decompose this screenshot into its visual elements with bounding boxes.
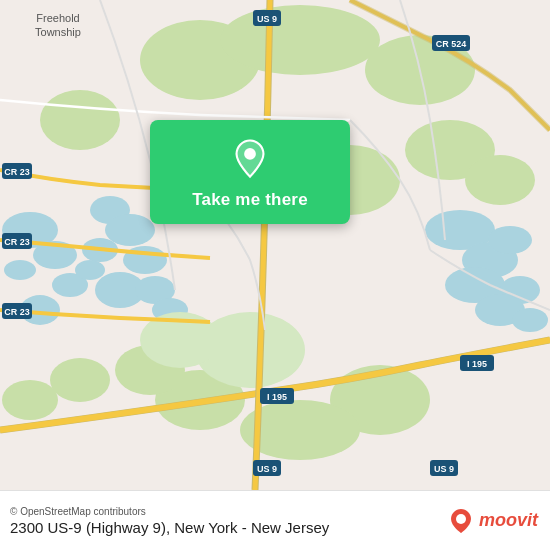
svg-text:CR 23: CR 23 xyxy=(4,237,30,247)
location-pin-icon xyxy=(229,138,271,180)
svg-text:US 9: US 9 xyxy=(257,14,277,24)
map-container: US 9 CR 23 CR 23 CR 23 CR 524 I 195 I 19… xyxy=(0,0,550,490)
bottom-bar: © OpenStreetMap contributors 2300 US-9 (… xyxy=(0,490,550,550)
svg-text:CR 23: CR 23 xyxy=(4,167,30,177)
address-text: 2300 US-9 (Highway 9), New York - New Je… xyxy=(10,519,329,536)
svg-text:US 9: US 9 xyxy=(434,464,454,474)
svg-point-3 xyxy=(4,260,36,280)
svg-point-24 xyxy=(40,90,120,150)
svg-point-16 xyxy=(488,226,532,254)
svg-text:I 195: I 195 xyxy=(467,359,487,369)
moovit-icon xyxy=(447,507,475,535)
svg-point-33 xyxy=(2,380,58,420)
svg-point-57 xyxy=(456,514,466,524)
svg-point-8 xyxy=(105,214,155,246)
moovit-text: moovit xyxy=(479,510,538,531)
svg-text:Freehold: Freehold xyxy=(36,12,79,24)
svg-point-56 xyxy=(244,148,256,160)
svg-text:CR 524: CR 524 xyxy=(436,39,467,49)
svg-text:I 195: I 195 xyxy=(267,392,287,402)
svg-point-27 xyxy=(465,155,535,205)
svg-point-32 xyxy=(50,358,110,402)
svg-point-20 xyxy=(512,308,548,332)
osm-attribution: © OpenStreetMap contributors xyxy=(10,506,329,517)
svg-point-6 xyxy=(75,260,105,280)
svg-text:Township: Township xyxy=(35,26,81,38)
svg-text:CR 23: CR 23 xyxy=(4,307,30,317)
attribution-text: © OpenStreetMap contributors xyxy=(10,506,146,517)
take-me-there-label: Take me there xyxy=(192,190,308,210)
take-me-there-button[interactable]: Take me there xyxy=(150,120,350,224)
bottom-left-info: © OpenStreetMap contributors 2300 US-9 (… xyxy=(10,506,329,536)
moovit-logo: moovit xyxy=(447,507,538,535)
svg-point-22 xyxy=(220,5,380,75)
svg-text:US 9: US 9 xyxy=(257,464,277,474)
